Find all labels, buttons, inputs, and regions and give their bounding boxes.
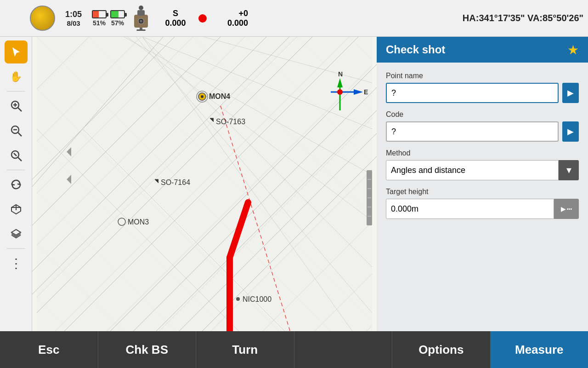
method-row: Angles and distance ▾: [386, 160, 579, 180]
battery-1: 51%: [92, 10, 107, 27]
svg-line-12: [18, 132, 22, 136]
favorite-star-icon[interactable]: ★: [567, 42, 579, 58]
point-name-input[interactable]: [386, 83, 559, 103]
rotate-tool[interactable]: [5, 173, 28, 196]
svg-text:MON3: MON3: [128, 218, 149, 226]
target-height-extra-button[interactable]: ▶•••: [554, 199, 579, 219]
code-input[interactable]: [386, 121, 559, 142]
angle-display: HA:341°17'35" VA:85°50'26": [463, 13, 583, 23]
3d-tool[interactable]: [5, 198, 28, 221]
toolbar-separator-2: [7, 170, 25, 170]
plus-display: +0 0.000: [211, 9, 248, 28]
bottom-bar: Esc Chk BS Turn Options Measure: [0, 331, 588, 368]
battery-1-pct: 51%: [93, 19, 106, 27]
svg-line-15: [18, 157, 22, 161]
globe-icon[interactable]: [30, 6, 55, 31]
code-row: ▶: [386, 121, 579, 142]
topbar: 1:05 8/03 51% 57% S 0.000: [0, 0, 588, 37]
battery-2-pct: 57%: [111, 19, 124, 27]
more-tool[interactable]: ⋮: [5, 252, 28, 275]
turn-button[interactable]: Turn: [196, 331, 294, 368]
map-area[interactable]: MON4 SO-7163 SO-7164 MON3 NIC1000 GIN105…: [32, 37, 377, 331]
direction-display: S 0.000: [157, 9, 194, 28]
options-button[interactable]: Options: [392, 331, 491, 368]
svg-text:SO-7164: SO-7164: [161, 178, 190, 186]
svg-text:MON4: MON4: [209, 92, 230, 100]
svg-text:NIC1000: NIC1000: [243, 295, 271, 303]
map-svg: MON4 SO-7163 SO-7164 MON3 NIC1000 GIN105…: [32, 37, 377, 331]
status-dot: [198, 14, 207, 23]
empty-button: [294, 331, 393, 368]
svg-line-8: [18, 108, 22, 111]
panel-body: Point name ▶ Code ▶ Method Angles and di…: [377, 63, 588, 228]
panel-header: Check shot ★: [377, 37, 588, 63]
left-toolbar: ✋: [0, 37, 32, 331]
target-height-input[interactable]: [386, 199, 554, 219]
cursor-tool[interactable]: [5, 40, 28, 63]
layers-tool[interactable]: [5, 223, 28, 246]
method-value: Angles and distance: [386, 160, 559, 180]
instrument-icon: [130, 6, 153, 31]
target-height-row: ▶•••: [386, 199, 579, 219]
method-label: Method: [386, 149, 579, 157]
point-name-label: Point name: [386, 72, 579, 80]
battery-1-icon: [92, 10, 107, 18]
battery-2-icon: [110, 10, 125, 18]
target-height-field: Target height ▶•••: [386, 188, 579, 219]
esc-button[interactable]: Esc: [0, 331, 98, 368]
point-name-field: Point name ▶: [386, 72, 579, 103]
svg-point-68: [337, 89, 343, 95]
code-field: Code ▶: [386, 110, 579, 142]
measure-button[interactable]: Measure: [491, 331, 588, 368]
svg-point-6: [140, 20, 142, 23]
toolbar-separator-3: [7, 248, 25, 249]
zoom-fit-tool[interactable]: [5, 144, 28, 167]
svg-text:E: E: [364, 88, 368, 96]
time-display: 1:05 8/03: [60, 10, 87, 27]
code-label: Code: [386, 110, 579, 119]
svg-rect-1: [137, 10, 145, 16]
battery-group: 51% 57%: [92, 10, 125, 27]
svg-rect-23: [37, 37, 372, 331]
main-area: ✋: [0, 37, 588, 331]
hand-tool[interactable]: ✋: [5, 65, 28, 88]
zoom-out-tool[interactable]: [5, 119, 28, 142]
target-height-label: Target height: [386, 188, 579, 196]
point-name-row: ▶: [386, 83, 579, 103]
right-panel: Check shot ★ Point name ▶ Code ▶: [377, 37, 588, 331]
toolbar-separator-1: [7, 91, 25, 92]
code-arrow-button[interactable]: ▶: [562, 121, 579, 142]
method-dropdown-button[interactable]: ▾: [559, 160, 579, 180]
svg-line-16: [14, 153, 17, 156]
svg-point-55: [236, 297, 240, 301]
svg-point-2: [139, 6, 143, 10]
menu-button[interactable]: [5, 8, 25, 29]
svg-text:N: N: [338, 70, 343, 78]
method-field: Method Angles and distance ▾: [386, 149, 579, 180]
battery-2: 57%: [110, 10, 125, 27]
svg-text:SO-7163: SO-7163: [216, 118, 245, 126]
zoom-in-tool[interactable]: [5, 94, 28, 117]
point-name-arrow-button[interactable]: ▶: [562, 83, 579, 103]
chk-bs-button[interactable]: Chk BS: [98, 331, 197, 368]
panel-title: Check shot: [386, 43, 445, 56]
svg-rect-4: [136, 29, 146, 31]
svg-point-49: [201, 95, 204, 98]
